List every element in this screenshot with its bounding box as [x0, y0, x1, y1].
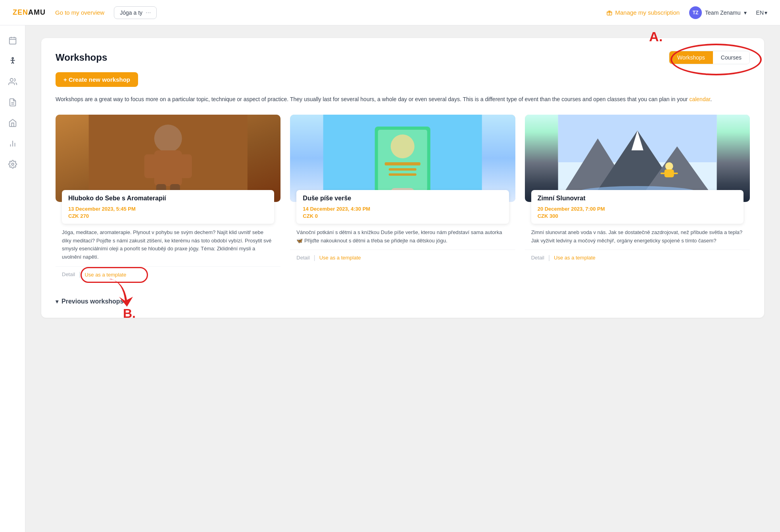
- card-2-template-link[interactable]: Use as a template: [319, 253, 361, 262]
- workspace-label: Jóga a ty: [120, 10, 142, 16]
- manage-sub-label: Manage my subscription: [615, 9, 680, 16]
- annotation-b-label: B.: [123, 306, 136, 321]
- chevron-down-icon: ▾: [56, 298, 58, 305]
- card-1-title: Hluboko do Sebe s Aromaterapií: [68, 195, 268, 202]
- card-3-price: CZK 300: [538, 213, 737, 219]
- card-1-price: CZK 270: [68, 213, 268, 219]
- topnav: ZENAMU Go to my overview Jóga a ty ··· M…: [0, 0, 780, 25]
- card-2-title: Duše píše verše: [303, 195, 502, 202]
- card-1-detail-link[interactable]: Detail: [62, 270, 75, 279]
- previous-workshops-section[interactable]: ▾ Previous workshops: [56, 298, 750, 305]
- sidebar-item-yoga[interactable]: [4, 52, 21, 70]
- mountain-image-svg: [525, 115, 750, 202]
- card-1-description: Jóga, meditace, aromaterapie. Plynout v …: [56, 224, 280, 266]
- card-2-actions: Detail | Use as a template: [290, 250, 515, 269]
- sidebar-item-stats[interactable]: [4, 135, 21, 152]
- card-3-title: Zimní Slunovrat: [538, 195, 737, 202]
- card-1-template-link[interactable]: Use as a template: [85, 270, 126, 279]
- workspace-button[interactable]: Jóga a ty ···: [114, 6, 157, 19]
- manage-subscription-link[interactable]: Manage my subscription: [606, 9, 680, 16]
- workshop-card-1: Hluboko do Sebe s Aromaterapií 13 Decemb…: [56, 115, 280, 285]
- svg-point-36: [665, 162, 673, 170]
- logo: ZENAMU: [13, 8, 46, 17]
- user-menu[interactable]: TZ Team Zenamu ▾: [689, 6, 746, 19]
- card-3-detail-link[interactable]: Detail: [531, 253, 544, 262]
- card-3-description: Zimní slunovrat aneb voda v nás. Jak se …: [525, 224, 750, 250]
- workshops-grid: Hluboko do Sebe s Aromaterapií 13 Decemb…: [56, 115, 750, 285]
- card-3-actions: Detail | Use as a template: [525, 250, 750, 269]
- page-description: Workshops are a great way to focus more …: [56, 95, 750, 104]
- user-name: Team Zenamu: [705, 10, 740, 16]
- card-1-title-box: Hluboko do Sebe s Aromaterapií 13 Decemb…: [62, 190, 274, 224]
- content-card: Workshops A. Workshops Courses + Create …: [41, 38, 764, 318]
- card-3-date: 20 December 2023, 7:00 PM: [538, 205, 737, 213]
- card-3-template-link[interactable]: Use as a template: [554, 253, 596, 262]
- card-2-price: CZK 0: [303, 213, 502, 219]
- svg-point-6: [10, 79, 13, 81]
- language-selector[interactable]: EN ▾: [756, 10, 767, 16]
- topnav-right: Manage my subscription TZ Team Zenamu ▾ …: [606, 6, 767, 19]
- template-link-1-wrapper: Use as a template: [85, 271, 126, 278]
- chevron-down-icon: ▾: [765, 10, 767, 16]
- sidebar-item-settings[interactable]: [4, 156, 21, 173]
- previous-workshops-label: Previous workshops: [61, 298, 124, 305]
- tab-workshops[interactable]: Workshops: [669, 51, 713, 64]
- tab-courses[interactable]: Courses: [713, 51, 749, 64]
- svg-point-5: [12, 58, 13, 59]
- page-title: Workshops: [56, 52, 107, 63]
- card-1-actions: Detail | Use as a template B.: [56, 266, 280, 285]
- card-3-title-box: Zimní Slunovrat 20 December 2023, 7:00 P…: [531, 190, 743, 224]
- avatar: TZ: [689, 6, 702, 19]
- gift-icon: [606, 10, 613, 16]
- overview-link[interactable]: Go to my overview: [55, 9, 104, 16]
- main-content: Workshops A. Workshops Courses + Create …: [25, 25, 780, 532]
- card-1-date: 13 December 2023, 5:45 PM: [68, 205, 268, 213]
- workshop-image-2: [290, 115, 515, 202]
- svg-point-12: [12, 163, 14, 165]
- sidebar-item-house[interactable]: [4, 114, 21, 132]
- sidebar: [0, 25, 25, 532]
- yoga-image-svg: [56, 115, 280, 202]
- annotation-a-label: A.: [649, 29, 663, 44]
- workspace-dots-icon: ···: [146, 9, 151, 16]
- tab-group-container: A. Workshops Courses: [669, 51, 750, 64]
- workshop-image-3: [525, 115, 750, 202]
- workshop-card-2: Duše píše verše 14 December 2023, 4:30 P…: [290, 115, 515, 285]
- sidebar-item-notes[interactable]: [4, 94, 21, 111]
- page-header: Workshops A. Workshops Courses: [56, 51, 750, 64]
- svg-rect-20: [89, 115, 248, 202]
- chevron-down-icon: ▾: [744, 10, 747, 16]
- svg-rect-1: [9, 38, 16, 44]
- layout: Workshops A. Workshops Courses + Create …: [0, 25, 780, 532]
- workshop-card-3: Zimní Slunovrat 20 December 2023, 7:00 P…: [525, 115, 750, 285]
- book-image-svg: [290, 115, 515, 202]
- card-2-title-box: Duše píše verše 14 December 2023, 4:30 P…: [296, 190, 509, 224]
- topnav-left: ZENAMU Go to my overview Jóga a ty ···: [13, 6, 157, 19]
- card-2-date: 14 December 2023, 4:30 PM: [303, 205, 502, 213]
- calendar-link[interactable]: calendar: [689, 96, 710, 102]
- workshop-image-1: [56, 115, 280, 202]
- create-workshop-button[interactable]: + Create new workshop: [56, 72, 138, 87]
- sidebar-item-people[interactable]: [4, 73, 21, 90]
- card-2-detail-link[interactable]: Detail: [296, 253, 309, 262]
- card-2-description: Vánoční potkání s dětmi a s knížkou Duše…: [290, 224, 515, 250]
- tab-group: Workshops Courses: [669, 51, 750, 64]
- svg-rect-29: [323, 115, 482, 202]
- sidebar-item-calendar[interactable]: [4, 32, 21, 49]
